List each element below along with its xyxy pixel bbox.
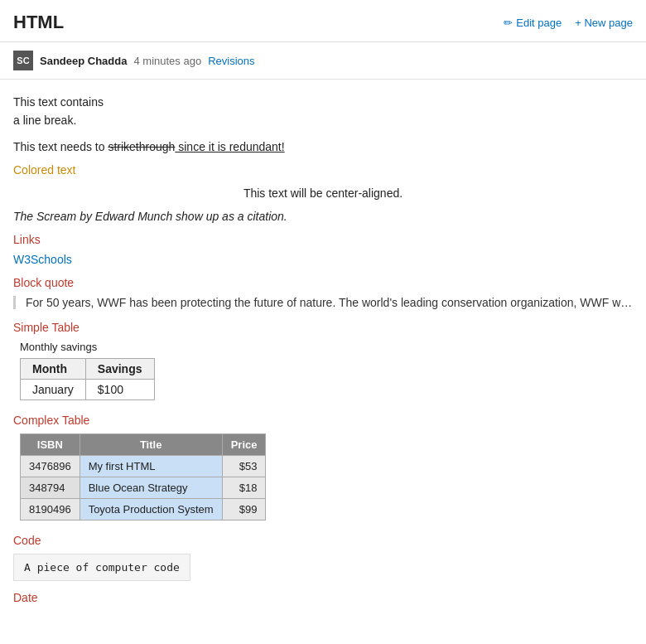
edit-time: 4 minutes ago (133, 55, 201, 67)
col-month: Month (21, 358, 86, 379)
col-isbn: ISBN (21, 433, 80, 455)
code-block: A piece of computer code (13, 554, 190, 581)
cell-price: $18 (222, 477, 266, 498)
strikethrough-block: This text needs to strikethrough since i… (13, 140, 633, 153)
cell-title: Blue Ocean Strategy (80, 477, 222, 498)
edit-page-button[interactable]: ✏ Edit page (504, 17, 562, 29)
meta-row: SC Sandeep Chadda 4 minutes ago Revision… (0, 42, 646, 80)
table-row: 348794 Blue Ocean Strategy $18 (21, 477, 266, 498)
cell-isbn: 3476896 (21, 455, 80, 477)
blockquote-heading: Block quote (13, 276, 633, 289)
strikethrough-word: strikethrough (108, 140, 175, 153)
table-row: January $100 (21, 379, 155, 399)
cell-title: Toyota Production System (80, 498, 222, 520)
simple-table-heading: Simple Table (13, 321, 633, 334)
w3schools-link[interactable]: W3Schools (13, 253, 633, 266)
citation-block: The Scream by Edward Munch show up as a … (13, 210, 633, 223)
cell-isbn: 8190496 (21, 498, 80, 520)
page-title: HTML (13, 12, 64, 33)
table-caption: Monthly savings (20, 341, 633, 353)
bottom-label: Date (13, 591, 633, 608)
revisions-link[interactable]: Revisions (208, 55, 254, 67)
simple-table-header-row: Month Savings (21, 358, 155, 379)
cell-isbn: 348794 (21, 477, 80, 498)
cell-savings: $100 (85, 379, 154, 399)
page-header: HTML ✏ Edit page + New page (0, 0, 646, 42)
cell-price: $53 (222, 455, 266, 477)
edit-icon: ✏ (504, 17, 513, 29)
code-heading: Code (13, 534, 633, 547)
col-savings: Savings (85, 358, 154, 379)
complex-table: ISBN Title Price 3476896 My first HTML $… (20, 433, 266, 521)
content-area: This text contains a line break. This te… (0, 80, 646, 608)
links-heading[interactable]: Links (13, 233, 633, 246)
blockquote-text: For 50 years, WWF has been protecting th… (13, 296, 633, 309)
line-break-block: This text contains a line break. (13, 93, 633, 130)
table-row: 3476896 My first HTML $53 (21, 455, 266, 477)
header-actions: ✏ Edit page + New page (504, 17, 633, 29)
new-page-button[interactable]: + New page (575, 17, 633, 29)
simple-table: Month Savings January $100 (20, 358, 155, 400)
new-page-label: + New page (575, 17, 633, 29)
author-name: Sandeep Chadda (40, 55, 127, 67)
cell-price: $99 (222, 498, 266, 520)
avatar: SC (13, 51, 33, 70)
citation-title: The Scream (13, 210, 76, 223)
complex-table-heading: Complex Table (13, 414, 633, 427)
table-row: 8190496 Toyota Production System $99 (21, 498, 266, 520)
colored-text: Colored text (13, 163, 633, 177)
col-price: Price (222, 433, 266, 455)
cell-month: January (21, 379, 86, 399)
complex-table-header-row: ISBN Title Price (21, 433, 266, 455)
col-title: Title (80, 433, 222, 455)
center-text: This text will be center-aligned. (13, 186, 633, 200)
cell-title: My first HTML (80, 455, 222, 477)
